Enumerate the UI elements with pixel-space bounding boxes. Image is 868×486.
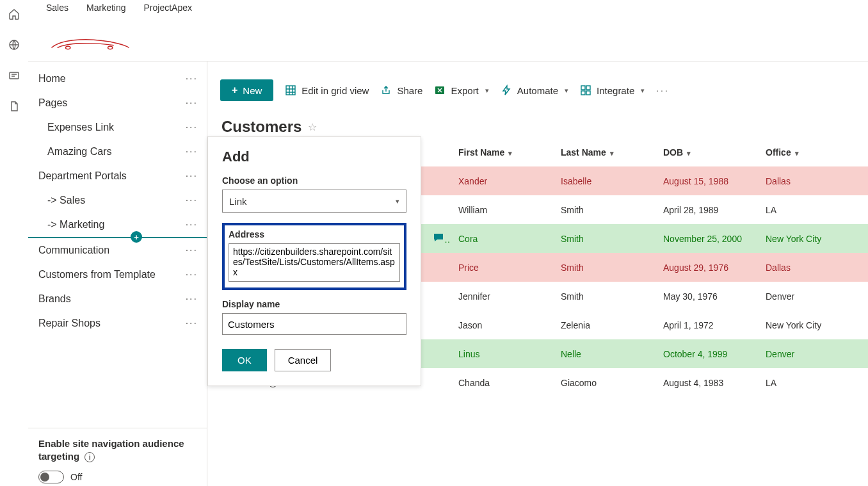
audience-toggle[interactable] xyxy=(38,471,64,483)
new-button[interactable]: + New xyxy=(220,79,273,101)
edit-grid-button[interactable]: Edit in grid view xyxy=(285,85,369,96)
nav-amazing-cars[interactable]: Amazing Cars··· xyxy=(28,140,207,164)
chevron-down-icon: ▾ xyxy=(687,149,691,157)
automate-icon xyxy=(501,85,512,96)
more-icon[interactable]: ··· xyxy=(186,146,198,158)
chevron-down-icon: ▾ xyxy=(610,149,614,157)
nav-customers-template[interactable]: Customers from Template··· xyxy=(28,263,207,287)
audience-label: Enable site navigation audience targetin… xyxy=(38,437,197,464)
cell-last-name: Smith xyxy=(553,195,655,224)
cell-comment xyxy=(425,195,451,224)
file-rail-icon[interactable] xyxy=(8,100,20,113)
cell-last-name: Zelenia xyxy=(553,311,655,339)
integrate-button[interactable]: Integrate ▾ xyxy=(580,85,645,96)
left-rail xyxy=(0,0,28,486)
col-first-name[interactable]: First Name▾ xyxy=(451,138,553,166)
cell-comment xyxy=(425,368,451,397)
list-title: Customers xyxy=(221,118,301,136)
top-tab-projectapex[interactable]: ProjectApex xyxy=(144,3,192,13)
nav-insert-plus-icon[interactable]: + xyxy=(131,231,142,243)
more-icon[interactable]: ··· xyxy=(186,195,198,206)
more-icon[interactable]: ··· xyxy=(186,122,198,133)
share-button[interactable]: Share xyxy=(380,85,422,96)
info-icon[interactable]: i xyxy=(84,452,95,462)
nav-expenses-link[interactable]: Expenses Link··· xyxy=(28,115,207,140)
more-icon[interactable]: ··· xyxy=(186,73,198,85)
col-dob[interactable]: DOB▾ xyxy=(655,138,758,166)
nav-sales[interactable]: -> Sales··· xyxy=(28,188,207,213)
globe-rail-icon[interactable] xyxy=(8,38,20,51)
cell-first-name: Price xyxy=(451,253,553,282)
command-bar: + New Edit in grid view Share xyxy=(207,61,868,108)
site-logo xyxy=(46,28,134,60)
more-icon[interactable]: ··· xyxy=(186,170,198,182)
choose-option-dropdown[interactable]: Link ▾ xyxy=(222,190,406,213)
svg-rect-4 xyxy=(286,86,295,95)
svg-rect-1 xyxy=(10,72,19,79)
cell-dob: April 28, 1989 xyxy=(655,195,758,224)
favorite-star-icon[interactable]: ☆ xyxy=(308,121,317,133)
more-icon[interactable]: ··· xyxy=(186,318,198,329)
cell-office: Denver xyxy=(758,282,867,311)
nav-marketing[interactable]: -> Marketing··· xyxy=(28,213,207,237)
nav-repair-shops[interactable]: Repair Shops··· xyxy=(28,311,207,336)
col-last-name[interactable]: Last Name▾ xyxy=(553,138,655,166)
chevron-down-icon: ▾ xyxy=(396,197,399,206)
nav-insert-line[interactable]: + xyxy=(28,237,207,238)
cell-comment xyxy=(425,339,451,368)
display-name-input[interactable] xyxy=(222,313,406,335)
address-input[interactable] xyxy=(229,243,400,282)
nav-pages[interactable]: Pages··· xyxy=(28,91,207,115)
top-tab-marketing[interactable]: Marketing xyxy=(86,3,125,13)
top-tab-sales[interactable]: Sales xyxy=(46,3,68,13)
audience-targeting-panel: Enable site navigation audience targetin… xyxy=(28,428,207,487)
overflow-button[interactable]: ··· xyxy=(656,85,670,95)
svg-rect-7 xyxy=(586,86,590,90)
automate-button[interactable]: Automate ▾ xyxy=(501,85,568,96)
display-name-label: Display name xyxy=(222,299,406,309)
dialog-title: Add xyxy=(222,149,406,165)
cell-last-name: Smith xyxy=(553,282,655,311)
chevron-down-icon: ▾ xyxy=(641,86,645,95)
comment-icon[interactable] xyxy=(433,232,444,243)
more-icon[interactable]: ··· xyxy=(186,293,198,305)
svg-point-2 xyxy=(66,46,70,49)
cell-office: Dallas xyxy=(758,253,867,282)
svg-point-3 xyxy=(108,46,113,49)
top-chrome: Sales Marketing ProjectApex xyxy=(28,0,868,61)
audience-state: Off xyxy=(70,472,82,482)
cell-office: New York City xyxy=(758,311,867,339)
cell-comment xyxy=(425,282,451,311)
site-nav: Home··· Pages··· Expenses Link··· Amazin… xyxy=(28,61,207,428)
cell-last-name: Nelle xyxy=(553,339,655,368)
nav-communication[interactable]: Communication··· xyxy=(28,238,207,263)
more-icon[interactable]: ··· xyxy=(186,245,198,256)
cell-comment xyxy=(425,166,451,195)
cancel-button[interactable]: Cancel xyxy=(275,349,332,371)
chevron-down-icon: ▾ xyxy=(485,86,489,95)
news-rail-icon[interactable] xyxy=(8,69,20,82)
cell-office: New York City xyxy=(758,224,867,253)
cell-office: LA xyxy=(758,368,867,397)
svg-rect-9 xyxy=(586,91,590,95)
cell-comment xyxy=(425,253,451,282)
export-button[interactable]: Export ▾ xyxy=(434,85,488,96)
grid-icon xyxy=(285,85,296,96)
home-rail-icon[interactable] xyxy=(8,8,20,20)
chevron-down-icon: ▾ xyxy=(565,86,568,95)
more-icon[interactable]: ··· xyxy=(186,269,198,280)
col-office[interactable]: Office▾ xyxy=(758,138,867,166)
cell-comment xyxy=(425,311,451,339)
address-label: Address xyxy=(229,229,400,239)
nav-department-portals[interactable]: Department Portals··· xyxy=(28,164,207,188)
cell-first-name: Xander xyxy=(451,166,553,195)
ok-button[interactable]: OK xyxy=(222,349,267,371)
cell-office: LA xyxy=(758,195,867,224)
chevron-down-icon: ▾ xyxy=(795,149,799,157)
nav-home[interactable]: Home··· xyxy=(28,67,207,91)
cell-first-name: Linus xyxy=(451,339,553,368)
more-icon[interactable]: ··· xyxy=(186,219,198,231)
more-icon[interactable]: ··· xyxy=(186,97,198,109)
address-highlight-frame: Address xyxy=(222,223,406,290)
nav-brands[interactable]: Brands··· xyxy=(28,287,207,311)
